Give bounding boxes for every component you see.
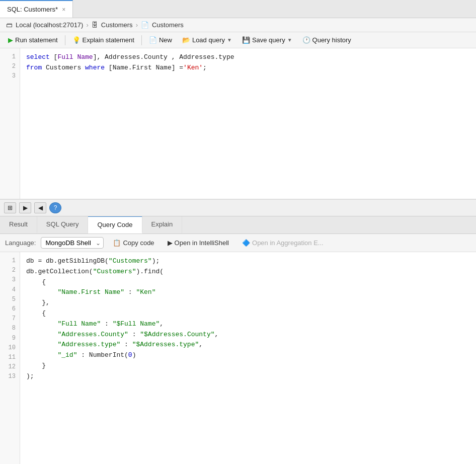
run-icon: ▶ (8, 36, 13, 44)
breadcrumb-sep2: › (136, 21, 138, 29)
tab-sql-query[interactable]: SQL Query (37, 216, 89, 234)
load-dropdown-arrow: ▼ (227, 37, 232, 43)
grid-view-button[interactable]: ⊞ (4, 202, 16, 213)
history-icon: 🕐 (302, 36, 310, 44)
tab-bar: SQL: Customers* × (0, 0, 476, 18)
save-icon: 💾 (242, 36, 250, 44)
breadcrumb-collection: Customers (152, 21, 184, 29)
collection-icon: 📄 (141, 21, 149, 29)
language-label: Language: (5, 239, 36, 247)
save-dropdown-arrow: ▼ (287, 37, 292, 43)
code-line-13 (26, 382, 470, 393)
tab-title: SQL: Customers* (7, 6, 58, 13)
load-label: Load query (192, 36, 225, 44)
code-line-6: { (26, 308, 470, 319)
editor-content[interactable]: select [Full Name], Addresses.County , A… (20, 48, 476, 199)
editor-line-1: select [Full Name], Addresses.County , A… (26, 52, 470, 63)
language-select-wrap[interactable]: MongoDB Shell JavaScript Python Java (41, 237, 104, 249)
load-icon: 📂 (182, 36, 190, 44)
breadcrumb-host: Local (localhost:27017) (16, 21, 83, 29)
code-output: 1 2 3 4 5 6 7 8 9 10 11 12 13 db = db.ge… (0, 252, 476, 464)
copy-icon: 📋 (113, 239, 121, 247)
expand-button[interactable]: ▶ (19, 202, 31, 213)
save-label: Save query (252, 36, 285, 44)
sql-customers-tab[interactable]: SQL: Customers* × (0, 0, 73, 18)
copy-label: Copy code (123, 239, 154, 247)
query-history-button[interactable]: 🕐 Query history (298, 35, 355, 45)
code-line-7: "Full Name" : "$Full Name", (26, 319, 470, 330)
bottom-panel: Result SQL Query Query Code Explain Lang… (0, 216, 476, 464)
tab-query-code[interactable]: Query Code (88, 216, 142, 234)
code-line-3: { (26, 277, 470, 288)
tab-result[interactable]: Result (0, 216, 37, 234)
collapse-button[interactable]: ◀ (34, 202, 46, 213)
explain-icon: 💡 (72, 36, 81, 44)
intellishell-label: Open in IntelliShell (175, 239, 229, 247)
main-container: SQL: Customers* × 🗃 Local (localhost:270… (0, 0, 476, 464)
open-intellishell-button[interactable]: ▶ Open in IntelliShell (164, 238, 233, 248)
toolbar: ▶ Run statement 💡 Explain statement 📄 Ne… (0, 32, 476, 48)
explain-label: Explain statement (83, 36, 134, 44)
save-query-button[interactable]: 💾 Save query ▼ (238, 35, 296, 45)
intellishell-icon: ▶ (168, 239, 173, 247)
code-line-12: ); (26, 371, 470, 382)
load-query-button[interactable]: 📂 Load query ▼ (178, 35, 236, 45)
code-output-content[interactable]: db = db.getSiblingDB("Customers"); db.ge… (20, 252, 476, 464)
code-line-numbers: 1 2 3 4 5 6 7 8 9 10 11 12 13 (0, 252, 20, 464)
new-label: New (159, 36, 172, 44)
run-statement-button[interactable]: ▶ Run statement (4, 35, 62, 45)
aggregation-icon: 🔷 (242, 239, 250, 247)
new-button[interactable]: 📄 New (145, 35, 176, 45)
copy-code-button[interactable]: 📋 Copy code (109, 238, 158, 248)
close-icon[interactable]: × (62, 6, 65, 13)
tab-explain[interactable]: Explain (142, 216, 183, 234)
history-label: Query history (312, 36, 351, 44)
aggregation-label: Open in Aggregation E... (252, 239, 324, 247)
editor-line-2: from Customers where [Name.First Name] =… (26, 63, 470, 73)
code-line-11: } (26, 361, 470, 371)
result-tabs: Result SQL Query Query Code Explain (0, 216, 476, 234)
code-line-5: }, (26, 298, 470, 308)
code-line-4: "Name.First Name" : "Ken" (26, 287, 470, 298)
breadcrumb: 🗃 Local (localhost:27017) › 🗄 Customers … (0, 18, 476, 32)
help-button[interactable]: ? (49, 202, 61, 213)
code-line-8: "Addresses.County" : "$Addresses.County"… (26, 330, 470, 340)
code-line-9: "Addresses.type" : "$Addresses.type", (26, 340, 470, 350)
toolbar-sep2 (141, 35, 142, 45)
db-icon: 🗃 (6, 21, 13, 29)
language-bar: Language: MongoDB Shell JavaScript Pytho… (0, 234, 476, 252)
explain-statement-button[interactable]: 💡 Explain statement (68, 35, 138, 45)
toolbar-sep1 (65, 35, 65, 45)
language-select[interactable]: MongoDB Shell JavaScript Python Java (41, 237, 104, 249)
code-line-2: db.getCollection("Customers").find( (26, 267, 470, 277)
editor-line-3 (26, 73, 470, 84)
open-aggregation-button[interactable]: 🔷 Open in Aggregation E... (238, 238, 328, 248)
new-icon: 📄 (149, 36, 157, 44)
code-line-10: "_id" : NumberInt(0) (26, 350, 470, 361)
db-collection-icon: 🗄 (92, 21, 98, 29)
code-line-1: db = db.getSiblingDB("Customers"); (26, 256, 470, 267)
editor-area: 1 2 3 select [Full Name], Addresses.Coun… (0, 48, 476, 199)
breadcrumb-sep1: › (86, 21, 88, 29)
editor-bottom-toolbar: ⊞ ▶ ◀ ? (0, 199, 476, 216)
run-label: Run statement (15, 36, 58, 44)
editor-line-numbers: 1 2 3 (0, 48, 20, 199)
breadcrumb-db: Customers (101, 21, 133, 29)
